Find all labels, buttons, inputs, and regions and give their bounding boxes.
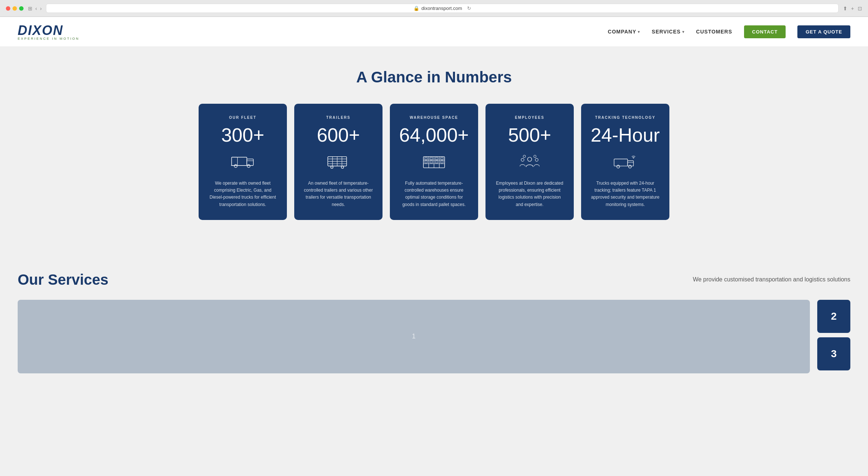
card-number-employees: 500+ [508, 124, 551, 146]
card-number-trailers: 600+ [317, 124, 360, 146]
tracking-icon [613, 153, 637, 173]
services-thumbnails: 2 3 [817, 300, 850, 370]
card-desc-trailers: An owned fleet of temperature-controlled… [303, 180, 374, 208]
website-container: DIXON EXPERIENCE IN MOTION COMPANY ▾ SER… [0, 17, 868, 388]
card-desc-employees: Employees at Dixon are dedicated profess… [494, 180, 565, 208]
close-button[interactable] [6, 6, 10, 11]
lock-icon: 🔒 [413, 6, 419, 11]
card-number-fleet: 300+ [221, 124, 264, 146]
section-title: A Glance in Numbers [18, 68, 850, 86]
nav-customers[interactable]: CUSTOMERS [696, 29, 732, 35]
browser-actions: ⬆ + ⊡ [843, 6, 862, 11]
stat-card-employees: EMPLOYEES 500+ [485, 104, 574, 220]
slide-number-1: 1 [412, 333, 416, 340]
stat-card-trailers: TRAILERS 600+ An owned flee [294, 104, 383, 220]
card-label-trailers: TRAILERS [326, 116, 351, 120]
svg-rect-22 [424, 157, 427, 159]
refresh-icon[interactable]: ↻ [467, 6, 471, 11]
stats-cards-row: OUR FLEET 300+ We operate with owned fle… [18, 104, 850, 220]
warehouse-icon [422, 153, 446, 173]
card-label-warehouse: WAREHOUSE SPACE [410, 116, 458, 120]
logo[interactable]: DIXON EXPERIENCE IN MOTION [18, 23, 79, 40]
share-icon[interactable]: ⬆ [843, 6, 847, 11]
card-number-tracking: 24-Hour [591, 124, 660, 146]
browser-chrome: ⊞ ‹ › 🔒 dixontransport.com ↻ ⬆ + ⊡ [0, 0, 868, 17]
svg-point-34 [534, 155, 536, 157]
svg-rect-28 [435, 161, 438, 163]
truck-icon [231, 153, 255, 173]
svg-rect-29 [441, 161, 444, 163]
svg-point-38 [617, 165, 620, 168]
card-desc-fleet: We operate with owned fleet comprising E… [207, 180, 278, 208]
services-header: Our Services We provide customised trans… [18, 271, 850, 288]
contact-button[interactable]: CONTACT [744, 25, 786, 38]
slide-thumb-2[interactable]: 2 [817, 300, 850, 333]
nav-company[interactable]: COMPANY ▾ [608, 29, 640, 35]
svg-rect-27 [430, 161, 433, 163]
card-label-tracking: TRACKING TECHNOLOGY [595, 116, 655, 120]
services-main-image: 1 [18, 300, 810, 373]
svg-point-39 [629, 165, 632, 168]
svg-point-14 [331, 166, 333, 168]
minimize-button[interactable] [13, 6, 17, 11]
stat-card-fleet: OUR FLEET 300+ We operate with owned fle… [199, 104, 287, 220]
logo-tagline: EXPERIENCE IN MOTION [18, 37, 79, 40]
fullscreen-button[interactable] [19, 6, 24, 11]
get-quote-button[interactable]: GET A QUOTE [797, 25, 850, 38]
add-tab-icon[interactable]: + [851, 6, 854, 11]
svg-rect-3 [232, 157, 238, 165]
card-desc-warehouse: Fully automated temperature-controlled w… [399, 180, 469, 208]
services-title: Our Services [18, 271, 108, 288]
chevron-down-icon: ▾ [682, 30, 684, 34]
svg-rect-0 [232, 157, 247, 165]
browser-controls: ⊞ ‹ › [28, 6, 42, 11]
more-icon[interactable]: ⊡ [858, 6, 862, 11]
site-header: DIXON EXPERIENCE IN MOTION COMPANY ▾ SER… [0, 17, 868, 46]
chevron-down-icon: ▾ [638, 30, 640, 34]
main-nav: COMPANY ▾ SERVICES ▾ CUSTOMERS CONTACT G… [608, 25, 850, 38]
traffic-lights [6, 6, 24, 11]
services-section: Our Services We provide customised trans… [0, 249, 868, 388]
svg-rect-25 [441, 157, 444, 159]
card-label-employees: EMPLOYEES [515, 116, 544, 120]
forward-button[interactable]: › [40, 6, 42, 11]
slide-thumb-3[interactable]: 3 [817, 337, 850, 370]
svg-point-15 [341, 166, 344, 168]
url-text: dixontransport.com [421, 6, 462, 11]
back-button[interactable]: ‹ [35, 6, 37, 11]
svg-rect-23 [430, 157, 433, 159]
services-subtitle: We provide customised transportation and… [693, 276, 850, 283]
svg-point-33 [523, 155, 525, 157]
svg-rect-26 [424, 161, 427, 163]
svg-point-5 [247, 164, 250, 167]
svg-rect-35 [614, 159, 628, 166]
employees-icon [518, 153, 541, 173]
svg-point-30 [527, 157, 531, 161]
card-label-fleet: OUR FLEET [229, 116, 257, 120]
card-desc-tracking: Trucks equipped with 24-hour tracking; t… [590, 180, 661, 208]
svg-point-32 [535, 159, 538, 161]
stat-card-warehouse: WAREHOUSE SPACE 64,000+ [390, 104, 478, 220]
sidebar-toggle-icon[interactable]: ⊞ [28, 6, 32, 11]
glance-section: A Glance in Numbers OUR FLEET 300+ [0, 46, 868, 249]
svg-point-40 [633, 158, 634, 159]
nav-services[interactable]: SERVICES ▾ [652, 29, 684, 35]
services-content: 1 2 3 [18, 300, 850, 373]
svg-rect-24 [435, 157, 438, 159]
logo-text: DIXON [18, 23, 79, 38]
svg-point-4 [234, 164, 237, 167]
address-bar[interactable]: 🔒 dixontransport.com ↻ [46, 4, 838, 13]
svg-point-31 [521, 159, 524, 161]
stat-card-tracking: TRACKING TECHNOLOGY 24-Hour [581, 104, 669, 220]
card-number-warehouse: 64,000+ [399, 124, 469, 146]
trailer-icon [327, 153, 350, 173]
